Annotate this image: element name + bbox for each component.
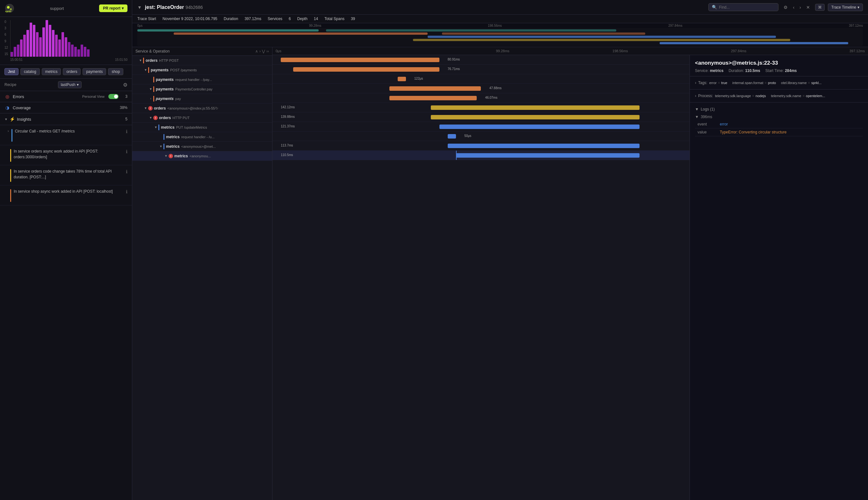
insight-item-orders-code-change[interactable]: In service orders code change takes 78% …: [0, 165, 132, 185]
log-value-value: TypeError: Converting circular structure: [717, 128, 863, 136]
rp-tags-expand[interactable]: › Tags: error = true internal.span.forma…: [695, 79, 863, 87]
rp-logs-header[interactable]: ▼ Logs (1): [695, 105, 863, 113]
errors-section[interactable]: ◎ Errors Personal View 3: [0, 91, 132, 102]
tag-orders[interactable]: orders: [63, 68, 81, 75]
tag-catalog[interactable]: catalog: [20, 68, 40, 75]
chart-bar: [74, 47, 77, 57]
insight-bar: [10, 169, 11, 182]
gantt-row-orders-anon[interactable]: ▼ ! orders <anonymous>@index.js:55-55 ↻: [132, 103, 272, 113]
svg-text:sprkl: sprkl: [5, 10, 11, 13]
gantt-service-name: orders: [159, 116, 171, 120]
gantt-row-payments-pay[interactable]: › payments pay: [132, 94, 272, 103]
insights-section-header[interactable]: ▼ ⚡ Insights 5: [0, 113, 132, 125]
insight-info-icon[interactable]: ℹ: [126, 189, 127, 194]
settings-button[interactable]: ⚙: [782, 3, 790, 11]
gantt-row-orders-post[interactable]: ▼ orders HTTP POST: [132, 56, 272, 65]
rp-process-label: Process:: [698, 94, 713, 98]
gantt-right-row-metrics-selected: 110.5ms: [272, 151, 689, 160]
insight-bar: [10, 189, 11, 202]
gantt-row-orders-put[interactable]: ▼ ! orders HTTP PUT: [132, 113, 272, 123]
support-button[interactable]: support: [50, 6, 64, 11]
gantt-row-payments-post[interactable]: ▼ payments POST /payments: [132, 65, 272, 75]
logo-area: sprkl: [4, 3, 15, 13]
nav-prev-button[interactable]: ‹: [791, 3, 796, 11]
log-timestamp: 396ms: [701, 115, 712, 119]
gantt-nav-down[interactable]: ⋁: [262, 49, 265, 54]
gantt-expand-icon[interactable]: ▼: [164, 154, 169, 159]
rp-service-label: Service: metrics: [695, 68, 723, 73]
nav-next-button[interactable]: ›: [798, 3, 803, 11]
search-input[interactable]: [719, 5, 775, 10]
span-bar: [390, 96, 477, 100]
insight-item-orders-async[interactable]: In service orders async work added in AP…: [0, 145, 132, 165]
chart-bar: [33, 25, 35, 57]
gantt-expand-icon[interactable]: ›: [148, 96, 153, 101]
total-spans-label: Total Spans: [324, 16, 345, 21]
gantt-expand-icon[interactable]: ▼: [153, 125, 158, 130]
gantt-nav-up[interactable]: ∧: [255, 49, 258, 54]
personal-view-toggle[interactable]: [108, 94, 119, 99]
tag-metrics[interactable]: metrics: [42, 68, 61, 75]
minimap-time-1: 99.28ms: [309, 24, 321, 27]
gantt-expand-icon[interactable]: ▼: [148, 115, 153, 121]
chart-bar: [23, 35, 26, 57]
refresh-icon[interactable]: ↻: [215, 106, 218, 111]
gantt-row-metrics-anon-selected[interactable]: ▼ ! metrics <anonymou...: [132, 151, 272, 161]
gantt-row-metrics-handler[interactable]: metrics request handler - /u...: [132, 132, 272, 142]
service-bar-orange: [143, 58, 144, 64]
gantt-nav-end[interactable]: ››: [267, 49, 269, 54]
errors-icon: ◎: [4, 94, 10, 99]
chart-bar: [36, 32, 38, 57]
recipe-select[interactable]: lastPush ▾: [58, 81, 81, 88]
insights-bolt-icon: ⚡: [10, 116, 15, 122]
gantt-row-metrics-put[interactable]: ▼ metrics PUT /updateMetrics: [132, 123, 272, 132]
gantt-time-header: 0μs 99.28ms 198.56ms 297.84ms 397.12ms: [272, 47, 868, 55]
gantt-row-metrics-anon[interactable]: ▼ metrics <anonymous>@met...: [132, 142, 272, 151]
minimap-bar-blue-2: [660, 42, 848, 44]
trace-start-value: November 9 2022, 10:01:06.795: [162, 16, 217, 21]
rp-log-time[interactable]: ▼ 396ms: [695, 113, 863, 121]
log-event-key: event: [695, 121, 717, 128]
collapse-button[interactable]: ▼: [137, 5, 142, 10]
split-view: Service & Operation ∧ › ⋁ ›› ▼ orders HT…: [132, 47, 868, 500]
pr-report-button[interactable]: PR report ▾: [99, 4, 127, 12]
close-button[interactable]: ✕: [804, 3, 812, 11]
insight-item-circular-call[interactable]: › Circular Call - metrics GET /metrics ℹ: [0, 125, 132, 145]
tag-shop[interactable]: shop: [108, 68, 123, 75]
gantt-expand-icon[interactable]: ▼: [138, 58, 143, 63]
gantt-expand-icon[interactable]: ▼: [143, 106, 148, 111]
gantt-nav-right[interactable]: ›: [259, 49, 261, 54]
chart-bar: [71, 45, 74, 57]
chart-bar: [20, 39, 23, 57]
insight-bar: [10, 149, 11, 162]
insight-expand-icon[interactable]: ›: [8, 129, 9, 133]
insight-info-icon[interactable]: ℹ: [126, 149, 127, 154]
recipe-action-button[interactable]: ⚙: [123, 82, 127, 88]
insight-info-icon[interactable]: ℹ: [126, 129, 127, 134]
time-label-3: 297.84ms: [631, 49, 749, 53]
time-label-2: 198.56ms: [513, 49, 631, 53]
gantt-row-payments-controller[interactable]: ▼ payments PaymentsController.pay: [132, 84, 272, 94]
gantt-expand-icon[interactable]: ▼: [143, 68, 148, 72]
svg-point-1: [7, 6, 10, 9]
main-content: ▼ jest: PlaceOrder 94b2686 🔍 ⚙ ‹ › ✕ ⌘ T…: [132, 0, 868, 500]
insight-item-shop-async[interactable]: In service shop async work added in API …: [0, 185, 132, 205]
insight-info-icon[interactable]: ℹ: [126, 169, 127, 174]
keyboard-shortcut-button[interactable]: ⌘: [815, 4, 825, 11]
right-panel-title: <anonymous>@metrics.js:22-33: [690, 55, 868, 67]
gantt-right-row-orders-anon: 142.12ms: [272, 103, 689, 112]
trace-timeline-button[interactable]: Trace Timeline ▾: [828, 3, 863, 11]
gantt-expand-icon[interactable]: ▼: [158, 144, 164, 149]
coverage-section[interactable]: ◑ Coverage 38%: [0, 102, 132, 113]
depth-value: 14: [314, 16, 318, 21]
span-bar: [281, 58, 439, 62]
insight-text: In service shop async work added in API …: [14, 189, 123, 194]
rp-process-expand[interactable]: › Process: telemetry.sdk.language = node…: [695, 92, 863, 100]
gantt-row-payments-handler[interactable]: payments request handler - /pay...: [132, 75, 272, 84]
tag-jest[interactable]: Jest: [4, 68, 19, 75]
gantt-expand-icon[interactable]: ▼: [148, 87, 153, 92]
tag-payments[interactable]: payments: [82, 68, 106, 75]
recipe-row: Recipe lastPush ▾ ⚙: [0, 79, 132, 91]
minimap-bar-orange-2: [442, 33, 645, 35]
chart-bar: [77, 49, 80, 57]
